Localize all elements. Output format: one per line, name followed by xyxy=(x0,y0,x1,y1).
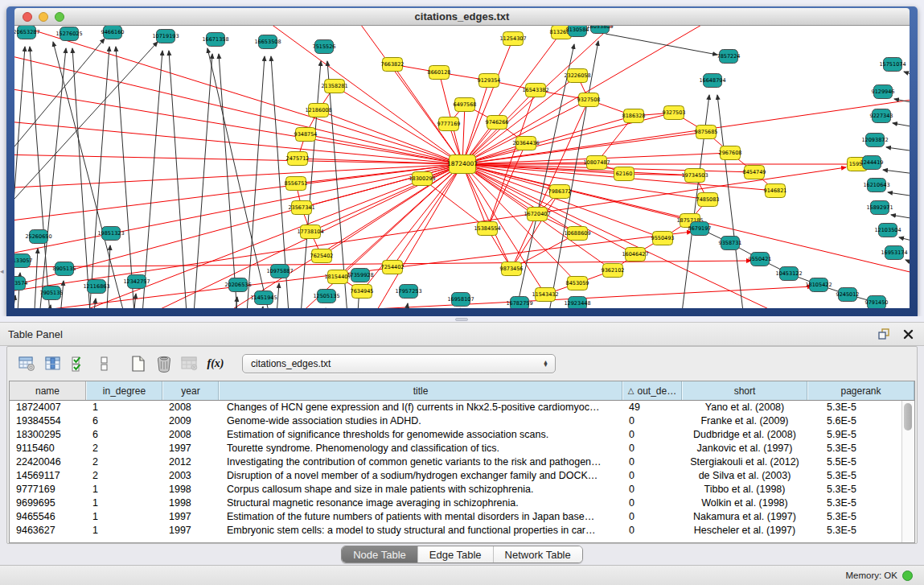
table-row[interactable]: 2242004622012Investigating the contribut… xyxy=(10,455,902,469)
cell-short[interactable]: Wolkin et al. (1998) xyxy=(682,496,807,510)
cell-pagerank[interactable]: 5.9E-5 xyxy=(807,428,902,442)
cell-title[interactable]: Corpus callosum shape and size in male p… xyxy=(219,483,622,496)
cell-name[interactable]: 9115460 xyxy=(10,442,86,455)
cell-in_degree[interactable]: 1 xyxy=(86,483,162,496)
cell-name[interactable]: 9699695 xyxy=(10,496,86,510)
column-header-title[interactable]: title xyxy=(219,381,622,400)
vertical-scrollbar[interactable] xyxy=(901,401,914,542)
network-edge[interactable] xyxy=(14,164,462,256)
cell-pagerank[interactable]: 5.3E-5 xyxy=(807,442,902,455)
tab-node-table[interactable]: Node Table xyxy=(342,546,418,562)
network-node[interactable]: 9358731 xyxy=(719,237,742,250)
close-window-button[interactable] xyxy=(23,12,32,22)
scrollbar-thumb[interactable] xyxy=(904,403,912,431)
network-node[interactable]: 17738104 xyxy=(297,225,323,239)
cell-name[interactable]: 14569117 xyxy=(10,469,86,483)
cell-short[interactable]: Dudbridge et al. (2008) xyxy=(682,428,807,442)
network-node[interactable]: 8905135 xyxy=(53,262,76,276)
cell-name[interactable]: 22420046 xyxy=(10,455,86,469)
network-node[interactable]: 9875685 xyxy=(695,126,718,139)
column-header-out_degree[interactable]: △out_de… xyxy=(622,381,682,400)
network-edge[interactable] xyxy=(193,54,212,308)
network-node[interactable]: 10719193 xyxy=(152,30,179,43)
column-header-pagerank[interactable]: pagerank xyxy=(807,381,914,400)
network-node[interactable]: 16953174 xyxy=(881,246,907,260)
network-edge[interactable] xyxy=(142,51,162,308)
network-node[interactable]: 12186008 xyxy=(305,104,331,117)
network-node[interactable]: 7663822 xyxy=(381,58,405,72)
cell-pagerank[interactable]: 5.3E-5 xyxy=(807,483,902,496)
network-node[interactable]: 18053809 xyxy=(586,26,613,34)
table-row[interactable]: 1456911722003Disruption of a novel membe… xyxy=(10,469,902,483)
network-node[interactable]: 7254402 xyxy=(381,261,405,274)
network-node[interactable]: 12116863 xyxy=(83,280,109,294)
network-node[interactable]: 9777169 xyxy=(437,117,461,131)
select-all-button[interactable] xyxy=(68,352,89,375)
cell-short[interactable]: Hescheler et al. (1997) xyxy=(682,524,807,538)
network-node[interactable]: 9227343 xyxy=(870,109,893,123)
cell-in_degree[interactable]: 1 xyxy=(86,401,162,414)
network-node[interactable]: 9873456 xyxy=(500,262,524,276)
network-node[interactable]: 18300295 xyxy=(409,172,435,186)
cell-short[interactable]: Nakamura et al. (1997) xyxy=(682,510,807,524)
column-header-short[interactable]: short xyxy=(682,381,807,400)
network-edge[interactable] xyxy=(14,295,15,308)
cell-year[interactable]: 2012 xyxy=(162,455,219,469)
table-row[interactable]: 1830029562008Estimation of significance … xyxy=(10,428,902,442)
cell-out_degree[interactable]: 0 xyxy=(622,428,682,442)
network-node[interactable]: 15384554 xyxy=(474,222,500,236)
cell-year[interactable]: 2008 xyxy=(162,401,219,414)
cell-pagerank[interactable]: 5.3E-5 xyxy=(807,401,902,414)
network-edge[interactable] xyxy=(883,170,910,174)
table-row[interactable]: 946362711997Embryonic stem cells: a mode… xyxy=(10,524,902,538)
sidebar-collapse-arrow[interactable]: ◂ xyxy=(0,267,4,275)
network-node[interactable]: 16653508 xyxy=(254,35,281,49)
cell-title[interactable]: Estimation of significance thresholds fo… xyxy=(219,428,622,442)
delete-table-button[interactable] xyxy=(179,352,200,375)
network-node[interactable]: 11254307 xyxy=(499,32,526,46)
network-node[interactable]: 7515526 xyxy=(313,40,336,54)
network-node[interactable]: 11543432 xyxy=(532,288,558,302)
memory-status-indicator[interactable] xyxy=(902,571,913,581)
network-edge[interactable] xyxy=(891,215,910,219)
cell-short[interactable]: Franke et al. (2009) xyxy=(682,414,807,428)
cell-out_degree[interactable]: 0 xyxy=(622,455,682,469)
network-node[interactable]: 20653287 xyxy=(14,26,40,39)
cell-pagerank[interactable]: 5.3E-5 xyxy=(807,469,902,483)
cell-short[interactable]: Yano et al. (2008) xyxy=(682,401,807,414)
cell-pagerank[interactable]: 5.3E-5 xyxy=(807,496,902,510)
cell-year[interactable]: 1997 xyxy=(162,524,219,538)
close-panel-button[interactable] xyxy=(901,328,914,340)
network-node[interactable]: 8454749 xyxy=(743,166,766,179)
cell-short[interactable]: de Silva et al. (2003) xyxy=(682,469,807,483)
cell-year[interactable]: 1997 xyxy=(162,442,219,455)
cell-pagerank[interactable]: 5.3E-5 xyxy=(807,510,902,524)
cell-out_degree[interactable]: 49 xyxy=(622,401,682,414)
network-node[interactable]: 9327508 xyxy=(577,93,601,107)
network-node[interactable]: 7905135 xyxy=(40,286,64,300)
network-canvas[interactable]: 1872400721358281121860089348754247571285… xyxy=(14,26,910,308)
table-row[interactable]: 1872400712008Changes of HCN gene express… xyxy=(10,401,902,414)
cell-in_degree[interactable]: 1 xyxy=(86,496,162,510)
network-node[interactable]: 10807487 xyxy=(583,156,610,170)
cell-in_degree[interactable]: 6 xyxy=(86,414,162,428)
network-node[interactable]: 17957253 xyxy=(395,285,421,299)
cell-year[interactable]: 2008 xyxy=(162,428,219,442)
tab-network-table[interactable]: Network Table xyxy=(494,546,582,562)
table-selector-dropdown[interactable]: citations_edges.txt ▲▼ xyxy=(242,354,556,373)
cell-name[interactable]: 19384554 xyxy=(10,414,86,428)
network-edge[interactable] xyxy=(717,95,745,308)
network-node[interactable]: 2475712 xyxy=(286,152,310,166)
network-node[interactable]: 10975887 xyxy=(266,265,293,278)
network-node[interactable]: 8660128 xyxy=(428,66,451,80)
cell-year[interactable]: 1998 xyxy=(162,496,219,510)
network-edge[interactable] xyxy=(30,47,51,308)
network-edge[interactable] xyxy=(14,167,846,293)
network-edge[interactable] xyxy=(392,64,462,164)
network-node[interactable]: 12093872 xyxy=(861,134,888,147)
zoom-window-button[interactable] xyxy=(55,12,64,22)
cell-out_degree[interactable]: 0 xyxy=(622,442,682,455)
network-node[interactable]: 20364436 xyxy=(512,137,539,150)
network-node[interactable]: 16720407 xyxy=(524,208,550,221)
table-row[interactable]: 946554611997Estimation of the future num… xyxy=(10,510,902,524)
